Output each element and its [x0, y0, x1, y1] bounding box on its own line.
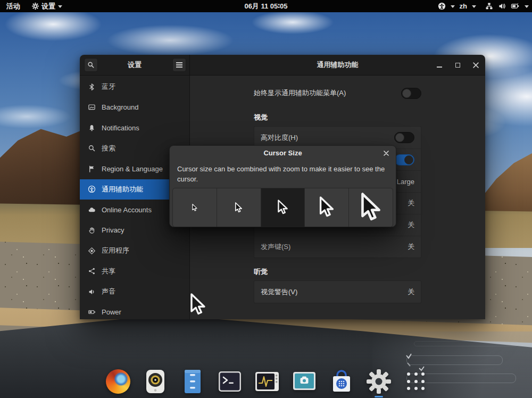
sidebar-item-notifications[interactable]: Notifications — [80, 118, 189, 138]
network-icon[interactable] — [485, 2, 493, 10]
dock-screenshot-icon[interactable] — [292, 369, 317, 394]
minimize-icon — [437, 67, 442, 68]
dialog-titlebar[interactable]: Cursor Size — [170, 146, 396, 160]
panel-headerbar[interactable]: 通用辅助功能 — [190, 55, 485, 76]
zoom-value: 关 — [408, 198, 414, 208]
cursor-icon — [276, 200, 290, 215]
keyboard-layout-button[interactable]: zh — [460, 2, 467, 10]
activities-button[interactable]: 活动 — [4, 0, 22, 12]
sidebar-item-bluetooth[interactable]: 蓝牙 — [80, 77, 189, 97]
system-menu-caret-icon[interactable] — [525, 5, 529, 8]
maximize-icon — [455, 63, 460, 68]
cursor-icon — [357, 193, 385, 223]
cursor-size-option-1[interactable] — [172, 188, 217, 227]
cursor-icon — [234, 202, 244, 213]
close-icon — [473, 62, 479, 68]
mouse-pointer — [187, 293, 209, 319]
search-icon — [88, 144, 96, 152]
chevron-down-icon — [58, 5, 62, 8]
top-bar: 活动 设置 06月 11 05∶05 — [0, 0, 532, 12]
dialog-description: Cursor size can be combined with zoom to… — [170, 160, 396, 184]
dock-settings-icon[interactable] — [366, 369, 392, 394]
dock-terminal-icon[interactable] — [217, 369, 243, 394]
search-icon — [87, 61, 95, 69]
dock-system-monitor-icon[interactable] — [254, 369, 280, 394]
maximize-button[interactable] — [452, 60, 463, 70]
activities-label: 活动 — [6, 2, 20, 11]
battery-icon[interactable] — [511, 2, 520, 10]
cursor-icon — [191, 204, 198, 212]
universal-access-icon — [88, 185, 96, 193]
cursor-size-value: Large — [397, 178, 414, 186]
volume-icon[interactable] — [498, 2, 506, 10]
screen-reader-value: 关 — [408, 220, 414, 230]
cloud-icon — [88, 206, 96, 214]
background-icon — [88, 103, 96, 111]
app-menu-label: 设置 — [41, 2, 55, 11]
sidebar-item-sharing[interactable]: 共享 — [80, 261, 189, 282]
sidebar-headerbar[interactable]: 设置 — [80, 55, 190, 76]
seeing-section-title: 视觉 — [254, 113, 421, 121]
bell-icon — [88, 124, 96, 132]
cursor-size-options — [172, 188, 393, 227]
hamburger-menu-button[interactable] — [172, 58, 186, 72]
dialog-title: Cursor Size — [263, 149, 302, 157]
sidebar-item-power[interactable]: Power — [80, 302, 189, 320]
cursor-size-option-2[interactable] — [217, 188, 261, 227]
dock-firefox-icon[interactable] — [105, 369, 131, 394]
dock-software-icon[interactable] — [329, 369, 354, 394]
hearing-card: 视觉警告(V) 关 — [254, 280, 421, 303]
accessibility-menu-icon[interactable] — [438, 2, 446, 10]
cursor-size-option-5[interactable] — [348, 188, 393, 227]
cursor-size-dialog: Cursor Size Cursor size can be combined … — [169, 145, 396, 227]
sidebar-item-sound[interactable]: 声音 — [80, 281, 189, 302]
close-button[interactable] — [470, 60, 481, 70]
sound-keys-row[interactable]: 发声键(S) 关 — [254, 236, 421, 258]
gear-icon — [32, 3, 39, 10]
visual-alerts-value: 关 — [408, 287, 414, 297]
dash-dock — [105, 369, 429, 394]
always-show-menu-label: 始终显示通用辅助功能菜单(A) — [254, 88, 346, 98]
search-button[interactable] — [84, 58, 98, 72]
flag-icon — [88, 165, 96, 173]
speaker-icon — [88, 288, 96, 296]
running-indicator — [375, 396, 383, 397]
sound-keys-value: 关 — [408, 242, 414, 252]
cursor-size-option-4[interactable] — [304, 188, 349, 227]
applications-icon — [88, 247, 96, 255]
keyboard-caret-icon[interactable] — [472, 5, 476, 8]
dock-files-icon[interactable] — [180, 369, 205, 394]
large-text-toggle[interactable] — [394, 154, 414, 165]
close-icon — [384, 151, 389, 156]
high-contrast-toggle[interactable] — [394, 132, 414, 143]
clock-button[interactable]: 06月 11 05∶05 — [244, 0, 287, 12]
cursor-icon — [317, 196, 337, 219]
dock-rhythmbox-icon[interactable] — [143, 369, 168, 394]
ghost-outline-1 — [414, 341, 518, 346]
always-show-menu-toggle[interactable] — [401, 88, 421, 99]
minimize-button[interactable] — [434, 60, 445, 70]
clock-label: 06月 11 05∶05 — [244, 2, 287, 11]
battery-icon — [88, 308, 96, 316]
bluetooth-icon — [88, 83, 96, 91]
cursor-size-option-3[interactable] — [261, 188, 305, 227]
show-applications-button[interactable] — [403, 369, 429, 394]
dialog-close-button[interactable] — [381, 148, 391, 158]
hamburger-icon — [176, 64, 182, 65]
sidebar-item-background[interactable]: Background — [80, 97, 189, 118]
share-icon — [88, 267, 96, 275]
show-applications-icon — [407, 372, 425, 391]
gear-icon — [366, 369, 392, 394]
hearing-section-title: 听觉 — [254, 267, 421, 275]
visual-alerts-row[interactable]: 视觉警告(V) 关 — [254, 281, 421, 303]
hand-icon — [88, 226, 96, 234]
accessibility-caret-icon[interactable] — [451, 5, 455, 8]
sidebar-item-applications[interactable]: 应用程序 — [80, 241, 189, 261]
always-show-menu-row[interactable]: 始终显示通用辅助功能菜单(A) — [254, 82, 421, 104]
app-menu-button[interactable]: 设置 — [30, 0, 64, 12]
headerbar: 设置 通用辅助功能 — [80, 55, 485, 76]
